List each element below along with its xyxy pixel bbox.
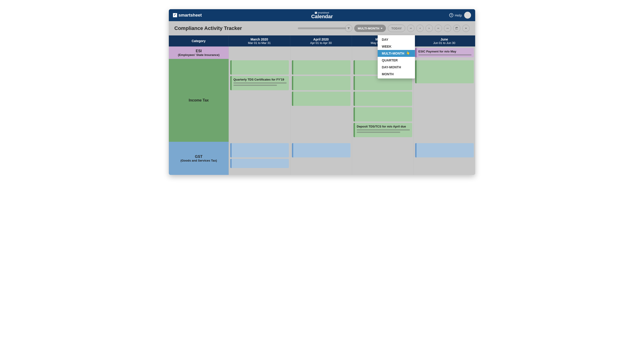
category-gst: GST (Goods and Services Tax): [169, 142, 228, 175]
event-placeholder[interactable]: x: [292, 60, 350, 75]
cell-gst-march[interactable]: x x: [228, 142, 290, 175]
col-header-march: March 2020 Mar 01 to Mar 31: [228, 36, 290, 47]
nav-last-button[interactable]: [435, 25, 442, 32]
event-deposit-tds-april[interactable]: Deposit TDS/TCS for m/o April due: [354, 123, 412, 137]
filter-button[interactable]: [345, 25, 352, 32]
cell-income-june[interactable]: x: [414, 59, 475, 142]
cell-esi-march[interactable]: [228, 47, 290, 59]
cell-income-april[interactable]: x x x: [290, 59, 352, 142]
dropdown-item-week[interactable]: WEEK: [378, 43, 415, 50]
toolbar: Compliance Activity Tracker MULTI-MONTH …: [169, 21, 475, 36]
app-title-block: smartsheet Calendar: [311, 12, 333, 19]
calendar-icon: [455, 27, 458, 30]
nav-next-button[interactable]: [426, 25, 433, 32]
nav-prev-button[interactable]: [416, 25, 424, 32]
chevrons-left-icon: [409, 27, 412, 30]
event-placeholder[interactable]: x: [230, 60, 289, 75]
chevron-left-icon: [418, 27, 422, 30]
dropdown-item-day[interactable]: DAY: [378, 36, 415, 43]
view-dropdown: DAY WEEK MULTI-MONTH 👆 QUARTER DAY-MONTH…: [378, 35, 415, 79]
mini-check-icon: [315, 12, 317, 14]
brand-text: smartsheet: [178, 13, 202, 18]
topbar-right: ? Help: [449, 12, 471, 19]
app-mini-brand: smartsheet: [311, 12, 333, 14]
dropdown-item-daymonth[interactable]: DAY-MONTH: [378, 64, 415, 71]
cell-esi-june[interactable]: ESIC Payment for m/o May: [414, 47, 475, 59]
date-picker-button[interactable]: [453, 25, 460, 32]
event-placeholder[interactable]: x: [415, 60, 474, 83]
caret-down-icon: [465, 28, 467, 29]
dropdown-item-multimonth[interactable]: MULTI-MONTH 👆: [378, 50, 415, 57]
dropdown-item-month[interactable]: MONTH: [378, 71, 415, 78]
loading-bar: [298, 27, 346, 29]
event-placeholder[interactable]: x: [354, 92, 412, 106]
event-placeholder[interactable]: x: [230, 159, 289, 168]
app-window: smartsheet smartsheet Calendar ? Help Co…: [169, 9, 475, 175]
help-label: Help: [455, 13, 462, 17]
toolbar-controls: MULTI-MONTH TODAY: [345, 25, 470, 32]
cell-esi-april[interactable]: [290, 47, 352, 59]
category-income-tax: Income Tax: [169, 59, 228, 142]
col-header-april: April 2020 Apr 01 to Apr 30: [290, 36, 352, 47]
brand-logo[interactable]: smartsheet: [173, 13, 202, 18]
view-selector-button[interactable]: MULTI-MONTH: [354, 25, 386, 32]
chevron-right-icon: [428, 27, 431, 30]
dropdown-item-quarter[interactable]: QUARTER: [378, 57, 415, 64]
app-name: Calendar: [311, 14, 333, 19]
event-placeholder[interactable]: x: [292, 92, 350, 106]
event-placeholder[interactable]: x: [292, 143, 350, 157]
caret-down-icon: [381, 28, 382, 29]
view-selector-label: MULTI-MONTH: [358, 27, 379, 30]
cell-income-march[interactable]: x Quarterly TDS Certificates for FY'19: [228, 59, 290, 142]
event-placeholder[interactable]: x: [354, 107, 412, 122]
more-menu-button[interactable]: [462, 25, 470, 32]
event-placeholder[interactable]: x: [292, 76, 350, 90]
cell-gst-april[interactable]: x: [290, 142, 352, 175]
cell-gst-may[interactable]: [352, 142, 414, 175]
calendar-grid: Category March 2020 Mar 01 to Mar 31 Apr…: [169, 36, 475, 175]
help-button[interactable]: ? Help: [449, 13, 462, 17]
page-title: Compliance Activity Tracker: [174, 25, 242, 31]
help-icon: ?: [449, 13, 453, 17]
event-esic-payment-may[interactable]: ESIC Payment for m/o May: [415, 48, 474, 57]
cursor-pointer-icon: 👆: [406, 51, 410, 55]
arrows-horizontal-icon: [446, 27, 449, 30]
chevrons-right-icon: [437, 27, 440, 30]
user-avatar[interactable]: [464, 12, 471, 19]
smartsheet-check-icon: [173, 13, 177, 17]
filter-icon: [347, 27, 350, 30]
event-tds-certificates-fy19[interactable]: Quarterly TDS Certificates for FY'19: [230, 76, 289, 90]
nav-first-button[interactable]: [407, 25, 414, 32]
col-header-category: Category: [169, 36, 228, 47]
top-nav-bar: smartsheet smartsheet Calendar ? Help: [169, 9, 475, 21]
cell-gst-june[interactable]: x: [414, 142, 475, 175]
today-button[interactable]: TODAY: [388, 25, 405, 32]
fit-width-button[interactable]: [444, 25, 451, 32]
event-placeholder[interactable]: x: [230, 143, 289, 157]
col-header-june: June Jun 01 to Jun 30: [414, 36, 475, 47]
event-placeholder[interactable]: x: [415, 143, 474, 157]
category-esi: ESI (Employees' State Insurance): [169, 47, 228, 59]
